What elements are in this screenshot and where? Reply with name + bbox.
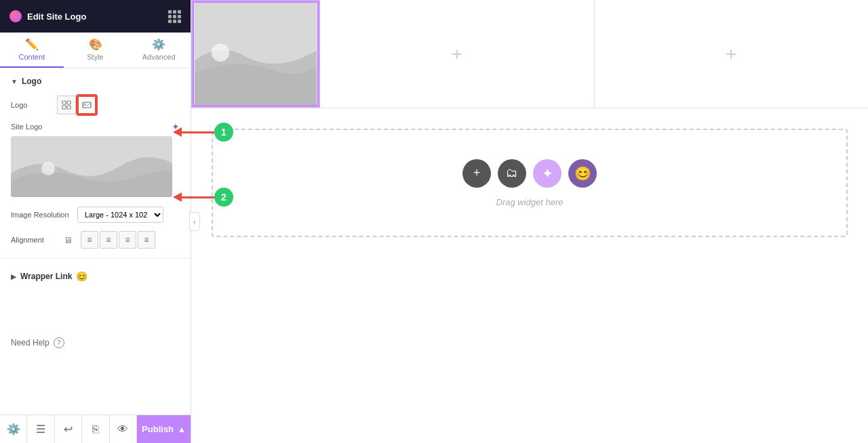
logo-toggle-default[interactable]	[57, 96, 76, 114]
tab-style-label: Style	[87, 53, 103, 61]
panel-content: ▼ Logo Logo	[0, 68, 191, 415]
main-canvas: + + + 🗂 ✦ 😊 Drag widget here	[191, 0, 868, 443]
responsive-footer-btn[interactable]: ⎘	[82, 415, 109, 443]
panel-header: Edit Site Logo	[0, 0, 191, 33]
desktop-icon: 🖥	[64, 235, 73, 245]
svg-rect-1	[67, 101, 71, 104]
logo-field-row: Logo	[0, 91, 191, 119]
panel-tabs: ✏️ Content 🎨 Style ⚙️ Advanced	[0, 33, 191, 68]
site-logo-label-row: Site Logo ✦	[11, 121, 180, 132]
logo-section-title: Logo	[22, 77, 41, 86]
svg-rect-3	[67, 106, 71, 109]
add-widget-icon-2: +	[452, 43, 462, 65]
canvas-top-row: + +	[191, 0, 868, 108]
divider-1	[0, 258, 191, 259]
publish-button[interactable]: Publish ▲	[137, 415, 191, 443]
wrapper-link-label: Wrapper Link	[20, 272, 72, 281]
style-tab-icon: 🎨	[89, 39, 102, 50]
layers-footer-btn[interactable]: ☰	[27, 415, 54, 443]
logo-field-label: Logo	[11, 101, 52, 109]
panel-title: Edit Site Logo	[27, 12, 86, 22]
alignment-label: Alignment	[11, 236, 58, 244]
drop-buttons: + 🗂 ✦ 😊	[462, 159, 597, 188]
align-justify-btn[interactable]: ≡	[138, 231, 155, 249]
add-widget-icon-3: +	[726, 43, 736, 65]
svg-point-7	[41, 162, 55, 175]
tab-content-label: Content	[19, 53, 45, 61]
logo-toggle-site[interactable]	[77, 96, 96, 114]
settings-footer-btn[interactable]: ⚙️	[0, 415, 27, 443]
wrapper-link-expand-icon: ▶	[11, 273, 16, 280]
grid-menu-icon[interactable]	[168, 10, 181, 23]
site-logo-label: Site Logo	[11, 123, 42, 131]
brand-dot	[9, 10, 22, 22]
tab-advanced-label: Advanced	[142, 53, 176, 61]
align-center-btn[interactable]: ≡	[100, 231, 117, 249]
site-logo-preview[interactable]	[11, 136, 172, 197]
site-logo-row: Site Logo ✦	[0, 119, 191, 203]
canvas-cell-2[interactable]: +	[320, 0, 595, 108]
panel-collapse-arrow[interactable]: ‹	[189, 212, 200, 231]
canvas-drop-zone[interactable]: + 🗂 ✦ 😊 Drag widget here	[212, 129, 848, 237]
svg-rect-0	[62, 101, 66, 104]
preview-footer-btn[interactable]: 👁	[110, 415, 137, 443]
alignment-row: Alignment 🖥 ≡ ≡ ≡ ≡	[0, 227, 191, 253]
canvas-cell-3[interactable]: +	[595, 0, 869, 108]
publish-chevron-icon: ▲	[178, 425, 186, 434]
align-left-btn[interactable]: ≡	[81, 231, 98, 249]
content-tab-icon: ✏️	[25, 39, 39, 50]
tab-advanced[interactable]: ⚙️ Advanced	[127, 33, 191, 68]
section-toggle-icon: ▼	[11, 78, 18, 85]
history-footer-btn[interactable]: ↩	[55, 415, 82, 443]
panel-footer: ⚙️ ☰ ↩ ⎘ 👁 Publish ▲	[0, 415, 191, 443]
ai-btn[interactable]: ✦	[533, 159, 561, 188]
align-btn-group: ≡ ≡ ≡ ≡	[81, 231, 155, 249]
logo-toggle-group	[57, 96, 96, 114]
logo-section-header[interactable]: ▼ Logo	[0, 68, 191, 91]
emoji-btn[interactable]: 😊	[568, 159, 597, 188]
canvas-logo-bg	[193, 1, 319, 106]
align-right-btn[interactable]: ≡	[119, 231, 136, 249]
add-element-btn[interactable]: +	[462, 159, 491, 188]
image-resolution-select[interactable]: Large - 1024 x 102 Medium - 768 x 78 Ful…	[77, 207, 163, 223]
wrapper-link-emoji: 😊	[76, 271, 87, 282]
header-left: Edit Site Logo	[9, 10, 86, 22]
tab-content[interactable]: ✏️ Content	[0, 33, 64, 68]
tab-style[interactable]: 🎨 Style	[64, 33, 127, 68]
need-help-label: Need Help	[11, 338, 50, 347]
sparkle-icon[interactable]: ✦	[172, 121, 180, 132]
image-resolution-row: Image Resolution Large - 1024 x 102 Medi…	[0, 203, 191, 227]
svg-point-9	[212, 43, 229, 61]
svg-rect-2	[62, 106, 66, 109]
need-help-row[interactable]: Need Help ?	[0, 329, 191, 356]
image-resolution-label: Image Resolution	[11, 211, 72, 219]
left-panel: Edit Site Logo ✏️ Content 🎨 Style ⚙️ Adv…	[0, 0, 191, 443]
wrapper-link-section[interactable]: ▶ Wrapper Link 😊	[0, 264, 191, 289]
publish-label: Publish	[142, 424, 174, 434]
folder-btn[interactable]: 🗂	[498, 159, 526, 188]
drop-label: Drag widget here	[496, 197, 564, 207]
advanced-tab-icon: ⚙️	[152, 39, 165, 50]
canvas-cell-logo[interactable]	[191, 0, 320, 108]
help-circle-icon: ?	[54, 337, 64, 348]
